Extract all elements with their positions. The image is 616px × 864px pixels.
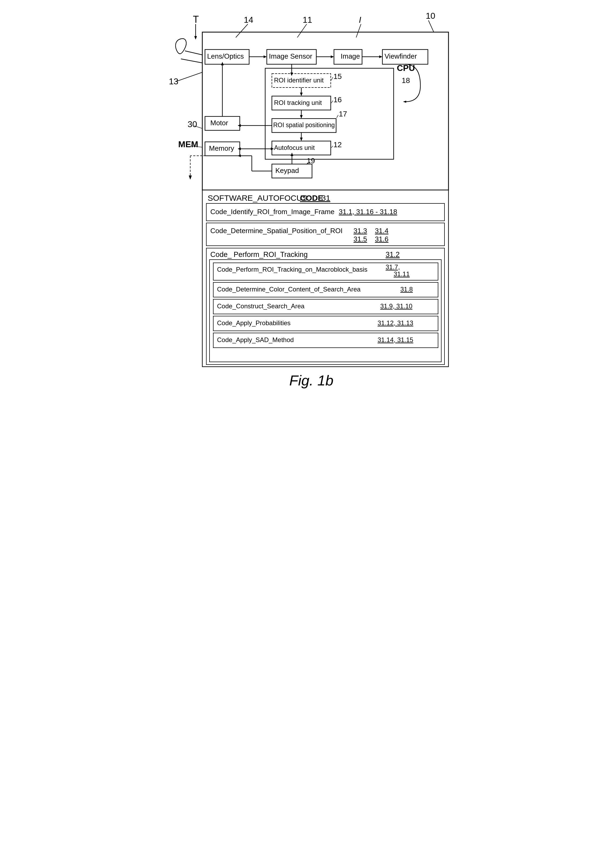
- image-sensor-label: Image Sensor: [269, 52, 312, 60]
- ref-MEM-label: MEM: [178, 140, 198, 149]
- ref-30-label: 30: [188, 120, 197, 129]
- svg-line-15: [331, 77, 333, 80]
- code-color-label: Code_Determine_Color_Content_of_Search_A…: [217, 286, 361, 293]
- lens-optics-label: Lens/Optics: [207, 52, 244, 60]
- ref-I-label: I: [359, 15, 361, 25]
- code-macroblock-ref2: 31.11: [394, 270, 410, 277]
- camera-body: [176, 39, 186, 54]
- code-tracking-label: Code_ Perform_ROI_Tracking: [211, 250, 308, 258]
- ref-17-label: 17: [339, 110, 347, 118]
- code-spatial-label: Code_Determine_Spatial_Position_of_ROI: [211, 227, 343, 235]
- svg-line-3: [297, 24, 306, 38]
- ref-31-label: 31: [321, 194, 330, 202]
- ref-19-label: 19: [306, 157, 315, 165]
- ref-14-label: 14: [244, 15, 253, 25]
- code-title: CODE: [300, 194, 323, 202]
- ref-11-label: 11: [303, 15, 312, 25]
- svg-marker-47: [403, 101, 406, 103]
- ref-10-label: 10: [426, 11, 435, 20]
- svg-line-18: [331, 101, 333, 103]
- page-container: T 14 11 I 10 13 Lens/Optics Image Sensor: [161, 11, 455, 466]
- roi-spatial-label: ROI spatial positioning: [273, 121, 335, 129]
- ref-16-label: 16: [333, 96, 342, 104]
- roi-identifier-label: ROI identifier unit: [274, 77, 324, 84]
- figure-caption: Fig. 1b: [289, 372, 333, 389]
- code-sad-ref: 31.14, 31.15: [377, 336, 413, 343]
- code-sad-label: Code_Apply_SAD_Method: [217, 336, 294, 343]
- svg-marker-10: [264, 55, 267, 58]
- svg-line-24: [331, 146, 333, 148]
- motor-label: Motor: [211, 119, 228, 127]
- viewfinder-label: Viewfinder: [385, 52, 417, 60]
- svg-line-2: [236, 24, 248, 38]
- cpu-label: CPU: [397, 63, 415, 73]
- svg-line-8: [176, 72, 202, 82]
- svg-line-4: [356, 24, 361, 38]
- svg-line-5: [428, 20, 434, 32]
- code-macroblock-label: Code_Perform_ROI_Tracking_on_Macroblock_…: [217, 266, 368, 273]
- ref-T: T: [193, 14, 199, 25]
- code-construct-ref: 31.9, 31.10: [380, 302, 412, 310]
- svg-marker-17: [300, 93, 303, 96]
- svg-marker-23: [300, 138, 303, 141]
- code-spatial-ref4: 31.6: [375, 235, 388, 243]
- software-title: SOFTWARE_AUTOFOCUS: [207, 194, 308, 202]
- svg-line-21: [336, 115, 338, 118]
- svg-marker-1: [194, 36, 197, 39]
- code-identify-label: Code_Identify_ROI_from_Image_Frame: [211, 208, 335, 216]
- keypad-label: Keypad: [275, 167, 299, 175]
- svg-line-6: [185, 51, 202, 55]
- svg-line-7: [181, 59, 202, 63]
- code-identify-ref: 31.1, 31.16 - 31.18: [339, 208, 397, 216]
- svg-marker-14: [379, 55, 382, 58]
- svg-marker-46: [189, 176, 192, 179]
- code-spatial-ref3: 31.5: [354, 235, 367, 243]
- code-macroblock-ref1: 31.7,: [386, 263, 400, 271]
- code-construct-label: Code_Construct_Search_Area: [217, 302, 305, 310]
- image-label: Image: [341, 52, 360, 60]
- code-spatial-ref2: 31.4: [375, 227, 388, 235]
- svg-marker-12: [331, 55, 334, 58]
- main-diagram: T 14 11 I 10 13 Lens/Optics Image Sensor: [161, 11, 455, 466]
- ref-18-label: 18: [402, 76, 410, 85]
- ref-15-label: 15: [333, 72, 342, 80]
- code-probabilities-label: Code_Apply_Probabilities: [217, 319, 291, 327]
- code-tracking-ref: 31.2: [386, 250, 400, 258]
- memory-label: Memory: [209, 144, 234, 152]
- autofocus-label: Autofocus unit: [274, 144, 315, 151]
- code-probabilities-ref: 31.12, 31.13: [377, 319, 413, 327]
- roi-tracking-label: ROI tracking unit: [274, 99, 322, 106]
- code-spatial-ref1: 31.3: [354, 227, 367, 235]
- code-color-ref: 31.8: [400, 286, 413, 293]
- svg-marker-20: [300, 115, 303, 118]
- ref-12-label: 12: [333, 140, 342, 149]
